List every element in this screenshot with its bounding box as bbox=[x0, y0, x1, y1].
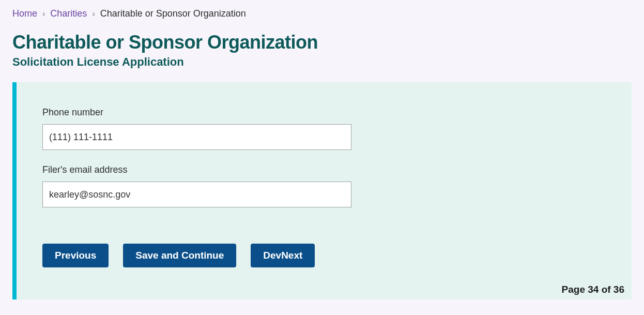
email-field: Filer's email address bbox=[42, 164, 606, 207]
breadcrumb-current: Charitable or Sponsor Organization bbox=[100, 8, 246, 19]
email-input[interactable] bbox=[42, 182, 351, 207]
phone-field: Phone number bbox=[42, 107, 606, 150]
email-label: Filer's email address bbox=[42, 164, 606, 175]
form-panel: Phone number Filer's email address Previ… bbox=[12, 82, 632, 299]
chevron-right-icon: › bbox=[42, 9, 45, 19]
previous-button[interactable]: Previous bbox=[42, 244, 109, 267]
breadcrumb-charities-link[interactable]: Charities bbox=[50, 8, 87, 19]
breadcrumb: Home › Charities › Charitable or Sponsor… bbox=[0, 0, 644, 23]
phone-input[interactable] bbox=[42, 124, 351, 150]
save-continue-button[interactable]: Save and Continue bbox=[123, 244, 236, 267]
devnext-button[interactable]: DevNext bbox=[251, 244, 315, 267]
phone-label: Phone number bbox=[42, 107, 606, 118]
chevron-right-icon: › bbox=[92, 9, 95, 19]
page-title: Charitable or Sponsor Organization bbox=[12, 32, 632, 53]
page-subtitle: Solicitation License Application bbox=[12, 55, 632, 69]
breadcrumb-home-link[interactable]: Home bbox=[12, 8, 37, 19]
button-row: Previous Save and Continue DevNext bbox=[42, 244, 606, 267]
page-indicator: Page 34 of 36 bbox=[562, 284, 624, 295]
